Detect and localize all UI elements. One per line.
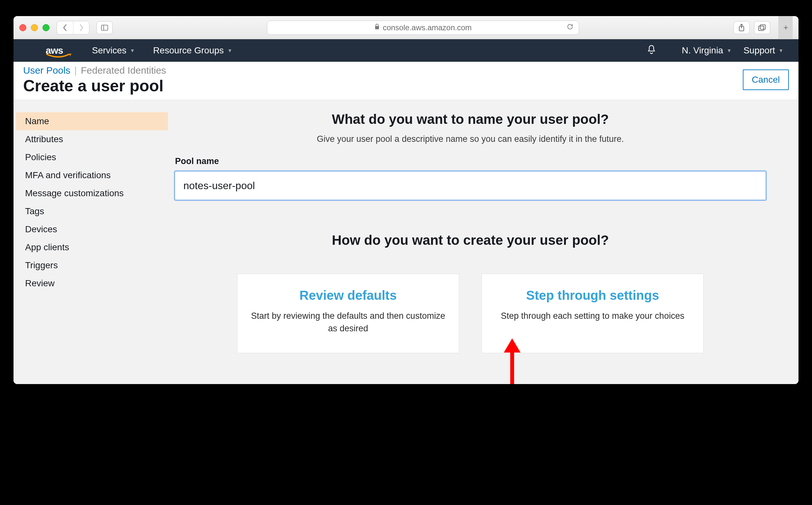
pool-name-label: Pool name: [175, 156, 766, 166]
nav-resource-groups-label: Resource Groups: [153, 45, 223, 56]
heading-name-question: What do you want to name your user pool?: [174, 112, 766, 127]
svg-rect-0: [101, 25, 108, 30]
chevron-down-icon: ▾: [728, 47, 730, 54]
sidebar-toggle-icon[interactable]: [97, 21, 113, 34]
step-policies[interactable]: Policies: [16, 148, 168, 166]
crumb-separator: |: [74, 65, 77, 75]
aws-smile-icon: [46, 53, 71, 58]
step-name[interactable]: Name: [16, 112, 168, 130]
card-desc: Start by reviewing the defaults and then…: [250, 310, 446, 335]
step-review[interactable]: Review: [16, 274, 168, 292]
chevron-down-icon: ▾: [131, 47, 134, 54]
tabs-icon[interactable]: [754, 21, 770, 34]
nav-back-forward: [57, 21, 90, 34]
nav-region-label: N. Virginia: [682, 45, 723, 56]
arrow-stem: [510, 349, 514, 384]
step-devices[interactable]: Devices: [16, 220, 168, 238]
zoom-window-icon[interactable]: [42, 24, 49, 31]
card-review-defaults[interactable]: Review defaults Start by reviewing the d…: [237, 274, 459, 353]
address-text: console.aws.amazon.com: [383, 23, 472, 32]
step-tags[interactable]: Tags: [16, 202, 168, 220]
nav-support-label: Support: [744, 45, 775, 56]
close-window-icon[interactable]: [19, 24, 26, 31]
browser-window: console.aws.amazon.com + aws Services ▾ …: [13, 16, 799, 384]
svg-rect-2: [375, 26, 379, 29]
back-button[interactable]: [57, 21, 73, 34]
aws-top-nav: aws Services ▾ Resource Groups ▾ N. Virg…: [13, 39, 799, 62]
lock-icon: [374, 23, 380, 31]
wizard-steps: Name Attributes Policies MFA and verific…: [13, 107, 168, 365]
page-area: User Pools | Federated Identities Create…: [13, 62, 799, 384]
step-triggers[interactable]: Triggers: [16, 257, 168, 274]
address-bar[interactable]: console.aws.amazon.com: [267, 21, 579, 35]
nav-support[interactable]: Support ▾: [744, 45, 782, 56]
step-mfa[interactable]: MFA and verifications: [16, 166, 168, 184]
nav-resource-groups[interactable]: Resource Groups ▾: [153, 45, 231, 56]
svg-marker-7: [69, 53, 71, 56]
share-icon[interactable]: [734, 21, 750, 34]
svg-rect-6: [760, 25, 765, 29]
heading-name-subtext: Give your user pool a descriptive name s…: [174, 134, 766, 144]
toolbar-right: [734, 21, 770, 34]
pool-name-input[interactable]: [174, 171, 766, 200]
minimize-window-icon[interactable]: [31, 24, 38, 31]
step-message-customizations[interactable]: Message customizations: [16, 184, 168, 202]
nav-services[interactable]: Services ▾: [92, 45, 134, 56]
main-content: What do you want to name your user pool?…: [168, 107, 799, 365]
page-header: User Pools | Federated Identities Create…: [13, 62, 799, 100]
nav-services-label: Services: [92, 45, 127, 56]
new-tab-button[interactable]: +: [779, 16, 793, 39]
crumb-federated[interactable]: Federated Identities: [81, 65, 166, 75]
crumb-user-pools[interactable]: User Pools: [23, 65, 70, 75]
notifications-icon[interactable]: [647, 45, 656, 56]
step-attributes[interactable]: Attributes: [16, 130, 168, 148]
breadcrumb: User Pools | Federated Identities: [23, 65, 789, 76]
cancel-button[interactable]: Cancel: [743, 69, 789, 90]
card-title: Review defaults: [250, 288, 446, 303]
heading-create-mode-question: How do you want to create your user pool…: [174, 232, 766, 248]
reload-icon[interactable]: [566, 23, 574, 32]
nav-region[interactable]: N. Virginia ▾: [682, 45, 730, 56]
create-mode-cards: Review defaults Start by reviewing the d…: [174, 274, 766, 353]
aws-logo[interactable]: aws: [46, 45, 63, 56]
card-desc: Step through each setting to make your c…: [495, 310, 690, 322]
svg-rect-5: [759, 26, 764, 30]
forward-button[interactable]: [73, 21, 89, 34]
body: Name Attributes Policies MFA and verific…: [13, 100, 799, 384]
window-controls: [19, 24, 49, 31]
chevron-down-icon: ▾: [780, 47, 782, 54]
browser-titlebar: console.aws.amazon.com +: [13, 16, 799, 39]
card-title: Step through settings: [495, 288, 690, 303]
step-app-clients[interactable]: App clients: [16, 238, 168, 257]
page-title: Create a user pool: [23, 76, 789, 95]
chevron-down-icon: ▾: [228, 47, 231, 54]
